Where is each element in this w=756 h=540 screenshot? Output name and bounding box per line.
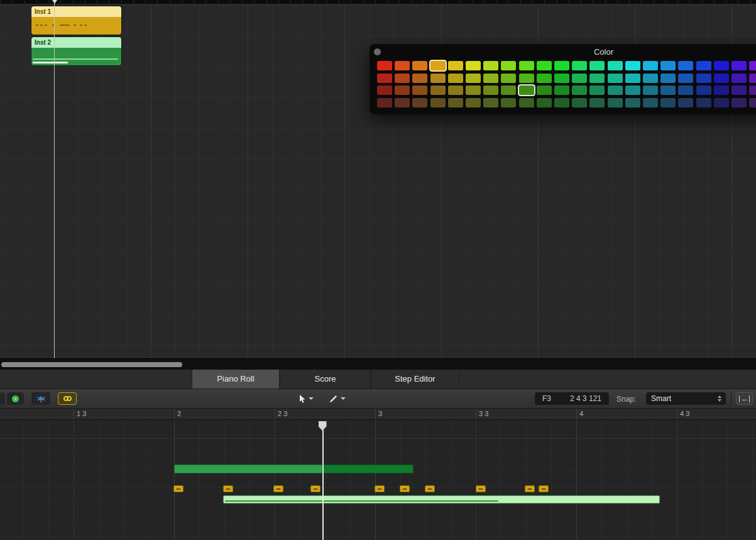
- pointer-tool-button[interactable]: [298, 392, 314, 405]
- midi-note[interactable]: [476, 485, 486, 492]
- color-swatch[interactable]: [483, 61, 498, 70]
- midi-note[interactable]: [273, 485, 283, 492]
- color-swatch[interactable]: [466, 85, 481, 95]
- color-swatch[interactable]: [395, 85, 410, 95]
- color-swatch[interactable]: [608, 85, 623, 95]
- color-swatch[interactable]: [608, 74, 623, 83]
- color-swatch[interactable]: [537, 98, 552, 107]
- midi-note[interactable]: [425, 485, 435, 492]
- color-swatch[interactable]: [589, 98, 605, 107]
- color-swatch[interactable]: [643, 98, 658, 107]
- color-swatch[interactable]: [519, 98, 534, 107]
- color-swatch[interactable]: [731, 85, 747, 95]
- color-swatch[interactable]: [430, 74, 446, 83]
- color-swatch[interactable]: [448, 85, 463, 95]
- color-swatch[interactable]: [660, 74, 676, 83]
- midi-note[interactable]: [310, 485, 320, 492]
- color-swatch[interactable]: [430, 85, 446, 95]
- color-swatch[interactable]: [519, 74, 534, 83]
- color-swatch[interactable]: [678, 98, 693, 107]
- color-swatch[interactable]: [483, 74, 498, 83]
- color-swatch[interactable]: [466, 61, 481, 70]
- color-swatch[interactable]: [589, 61, 605, 70]
- color-swatch[interactable]: [714, 98, 729, 107]
- color-swatch[interactable]: [749, 61, 756, 70]
- horizontal-scrollbar-thumb[interactable]: [1, 362, 182, 367]
- color-swatch[interactable]: [714, 61, 729, 70]
- midi-note[interactable]: [223, 495, 660, 504]
- color-swatch[interactable]: [589, 85, 605, 95]
- color-swatch[interactable]: [643, 85, 658, 95]
- color-swatch[interactable]: [537, 74, 552, 83]
- arrange-ruler-strip[interactable]: [0, 0, 756, 4]
- color-swatch[interactable]: [448, 98, 463, 107]
- color-swatch[interactable]: [395, 61, 410, 70]
- color-swatch[interactable]: [430, 61, 446, 70]
- midi-note[interactable]: [223, 485, 233, 492]
- midi-note[interactable]: [375, 485, 385, 492]
- piano-roll-editor[interactable]: [0, 420, 756, 540]
- playhead-line[interactable]: [322, 429, 324, 540]
- color-swatch[interactable]: [412, 98, 427, 107]
- position-display[interactable]: F3 2 4 3 121: [535, 392, 609, 405]
- track-region[interactable]: Inst 2: [31, 37, 121, 65]
- color-swatch[interactable]: [554, 61, 569, 70]
- color-swatch[interactable]: [749, 98, 756, 107]
- color-swatch[interactable]: [714, 85, 729, 95]
- tab-step-editor[interactable]: Step Editor: [371, 370, 459, 388]
- color-swatch[interactable]: [501, 85, 516, 95]
- color-swatch[interactable]: [572, 61, 587, 70]
- color-swatch[interactable]: [643, 61, 658, 70]
- color-swatch[interactable]: [412, 85, 427, 95]
- track-region[interactable]: Inst 1: [31, 6, 121, 35]
- color-swatch[interactable]: [625, 85, 640, 95]
- color-swatch[interactable]: [625, 98, 640, 107]
- color-swatch[interactable]: [643, 74, 658, 83]
- color-swatch[interactable]: [377, 61, 392, 70]
- color-swatch[interactable]: [537, 85, 552, 95]
- color-swatch[interactable]: [395, 74, 410, 83]
- color-swatch[interactable]: [448, 74, 463, 83]
- color-swatch[interactable]: [731, 61, 747, 70]
- color-swatch[interactable]: [377, 74, 392, 83]
- color-swatch[interactable]: [412, 74, 427, 83]
- color-swatch[interactable]: [412, 61, 427, 70]
- color-swatch[interactable]: [589, 74, 605, 83]
- color-swatch[interactable]: [377, 98, 392, 107]
- color-swatch[interactable]: [660, 61, 676, 70]
- color-swatch[interactable]: [731, 74, 747, 83]
- color-swatch[interactable]: [625, 61, 640, 70]
- color-swatch[interactable]: [519, 85, 534, 95]
- color-swatch[interactable]: [625, 74, 640, 83]
- color-swatch[interactable]: [608, 98, 623, 107]
- color-swatch[interactable]: [660, 98, 676, 107]
- color-swatch[interactable]: [554, 98, 569, 107]
- color-swatch[interactable]: [395, 98, 410, 107]
- midi-note[interactable]: [525, 485, 535, 492]
- color-swatch[interactable]: [608, 61, 623, 70]
- color-swatch[interactable]: [501, 98, 516, 107]
- color-swatch[interactable]: [537, 61, 552, 70]
- color-swatch[interactable]: [466, 74, 481, 83]
- midi-note[interactable]: [174, 465, 322, 473]
- color-swatch[interactable]: [483, 98, 498, 107]
- color-swatch[interactable]: [572, 74, 587, 83]
- color-swatch[interactable]: [714, 74, 729, 83]
- color-swatch[interactable]: [678, 61, 693, 70]
- color-swatch[interactable]: [554, 74, 569, 83]
- color-swatch[interactable]: [572, 85, 587, 95]
- color-swatch[interactable]: [448, 61, 463, 70]
- color-swatch[interactable]: [678, 85, 693, 95]
- midi-note[interactable]: [173, 485, 184, 492]
- midi-in-button[interactable]: ›: [7, 392, 24, 405]
- color-swatch[interactable]: [519, 61, 534, 70]
- color-swatch[interactable]: [554, 85, 569, 95]
- arrange-playhead[interactable]: [54, 0, 55, 358]
- snap-select[interactable]: Smart: [646, 392, 726, 405]
- link-button[interactable]: [58, 392, 77, 405]
- color-swatch[interactable]: [678, 74, 693, 83]
- color-swatch[interactable]: [466, 98, 481, 107]
- color-swatch[interactable]: [696, 61, 711, 70]
- color-swatch[interactable]: [696, 74, 711, 83]
- color-swatch[interactable]: [696, 85, 711, 95]
